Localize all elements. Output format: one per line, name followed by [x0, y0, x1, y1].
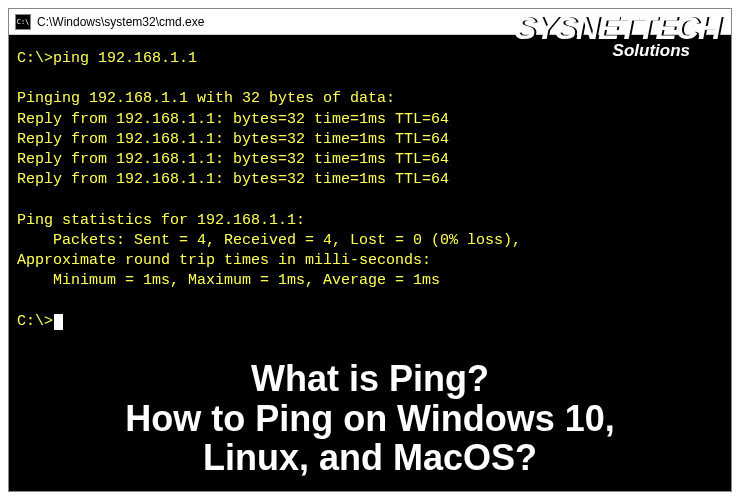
- cursor: [54, 314, 63, 330]
- command-text: ping 192.168.1.1: [53, 50, 197, 67]
- blank-line: [17, 69, 723, 89]
- cmd-icon: C:\: [15, 14, 31, 30]
- titlebar[interactable]: C:\ C:\Windows\system32\cmd.exe: [9, 9, 731, 35]
- prompt: C:\>: [17, 313, 53, 330]
- terminal-body[interactable]: C:\>ping 192.168.1.1 Pinging 192.168.1.1…: [9, 35, 731, 346]
- stats-header: Ping statistics for 192.168.1.1:: [17, 211, 723, 231]
- window-title: C:\Windows\system32\cmd.exe: [37, 15, 204, 29]
- command-line: C:\>ping 192.168.1.1: [17, 49, 723, 69]
- ping-header: Pinging 192.168.1.1 with 32 bytes of dat…: [17, 89, 723, 109]
- blank-line: [17, 292, 723, 312]
- ping-reply: Reply from 192.168.1.1: bytes=32 time=1m…: [17, 150, 723, 170]
- ping-reply: Reply from 192.168.1.1: bytes=32 time=1m…: [17, 130, 723, 150]
- rtt-stats: Minimum = 1ms, Maximum = 1ms, Average = …: [17, 271, 723, 291]
- prompt: C:\>: [17, 50, 53, 67]
- ping-reply: Reply from 192.168.1.1: bytes=32 time=1m…: [17, 170, 723, 190]
- ping-reply: Reply from 192.168.1.1: bytes=32 time=1m…: [17, 110, 723, 130]
- rtt-header: Approximate round trip times in milli-se…: [17, 251, 723, 271]
- blank-line: [17, 191, 723, 211]
- cmd-window: C:\ C:\Windows\system32\cmd.exe C:\>ping…: [8, 8, 732, 492]
- packets-stats: Packets: Sent = 4, Received = 4, Lost = …: [17, 231, 723, 251]
- prompt-line: C:\>: [17, 312, 723, 332]
